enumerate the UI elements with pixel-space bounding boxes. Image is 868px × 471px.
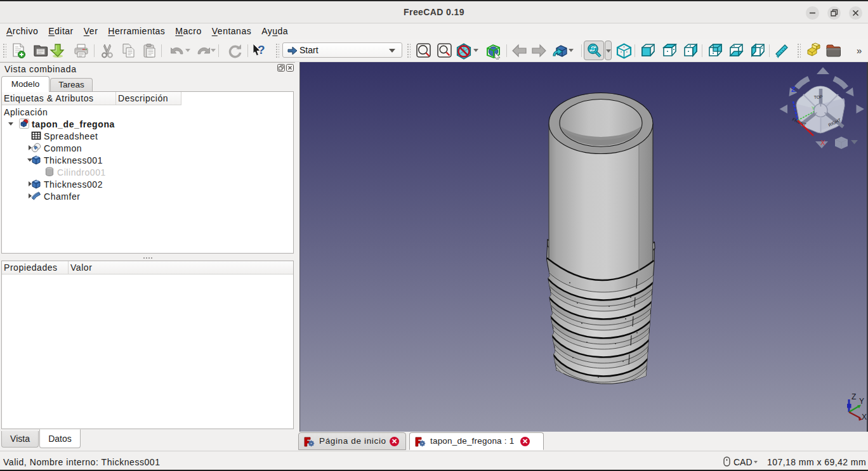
svg-text:Z: Z [791, 86, 796, 93]
svg-text:X: X [820, 139, 825, 146]
svg-text:Y: Y [859, 397, 864, 406]
svg-text:TOP: TOP [813, 94, 823, 100]
svg-text:X: X [862, 413, 867, 422]
svg-text:Y: Y [812, 105, 815, 111]
svg-text:Z: Z [852, 392, 856, 401]
